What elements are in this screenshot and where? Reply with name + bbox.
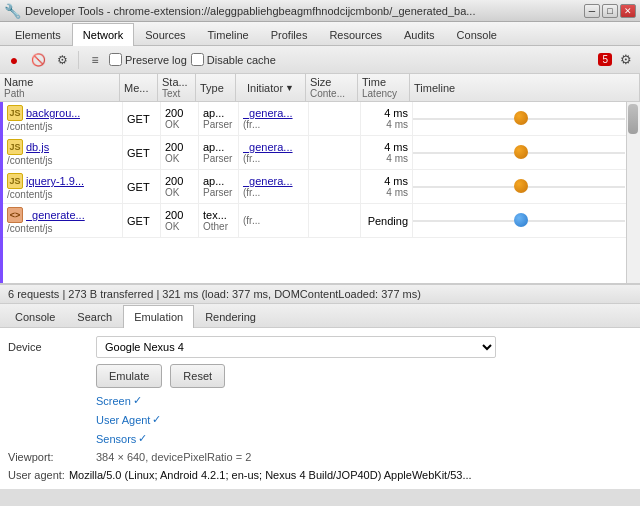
td-method-2: GET [123, 170, 161, 203]
maximize-button[interactable]: □ [602, 4, 618, 18]
user-agent-check-label[interactable]: User Agent ✓ [96, 413, 161, 426]
device-label: Device [8, 341, 88, 353]
bottom-tab-console[interactable]: Console [4, 305, 66, 328]
file-name-3[interactable]: _generate... [26, 209, 85, 221]
th-timeline[interactable]: Timeline [410, 74, 640, 101]
td-initiator-3: (fr... [239, 204, 309, 237]
bottom-tab-emulation[interactable]: Emulation [123, 305, 194, 328]
file-path-1: /content/js [7, 155, 118, 166]
screen-row: Screen ✓ [8, 394, 632, 407]
menu-tab-resources[interactable]: Resources [318, 23, 393, 46]
file-path-3: /content/js [7, 223, 118, 234]
timeline-dot-1 [514, 145, 528, 159]
td-method-0: GET [123, 102, 161, 135]
clear-button[interactable]: 🚫 [28, 50, 48, 70]
disable-cache-checkbox[interactable] [191, 53, 204, 66]
screen-checkmark: ✓ [133, 394, 142, 407]
viewport-row: Viewport: 384 × 640, devicePixelRatio = … [8, 451, 632, 463]
td-name-3: <> _generate... /content/js [3, 204, 123, 237]
list-view-button[interactable]: ≡ [85, 50, 105, 70]
td-timeline-3 [413, 204, 640, 237]
menu-tab-audits[interactable]: Audits [393, 23, 446, 46]
td-type-3: tex... Other [199, 204, 239, 237]
error-badge: 5 [598, 53, 612, 66]
sensors-row: Sensors ✓ [8, 432, 632, 445]
td-name-1: JS db.js /content/js [3, 136, 123, 169]
record-button[interactable]: ● [4, 50, 24, 70]
window-controls: ─ □ ✕ [584, 4, 636, 18]
sensors-check-label[interactable]: Sensors ✓ [96, 432, 147, 445]
left-border-indicator [0, 102, 3, 283]
screen-check-label[interactable]: Screen ✓ [96, 394, 142, 407]
td-status-0: 200 OK [161, 102, 199, 135]
file-icon-2: JS [7, 173, 23, 189]
td-initiator-0: _genera... (fr... [239, 102, 309, 135]
td-initiator-1: _genera... (fr... [239, 136, 309, 169]
menu-tab-sources[interactable]: Sources [134, 23, 196, 46]
initiator-link-0[interactable]: _genera... [243, 107, 304, 119]
menu-tab-network[interactable]: Network [72, 23, 134, 46]
emulate-button[interactable]: Emulate [96, 364, 162, 388]
user-agent-label: User Agent [96, 414, 150, 426]
device-select[interactable]: Google Nexus 4 [96, 336, 496, 358]
td-method-1: GET [123, 136, 161, 169]
td-name-0: JS backgrou... /content/js [3, 102, 123, 135]
initiator-link-1[interactable]: _genera... [243, 141, 304, 153]
initiator-link-2[interactable]: _genera... [243, 175, 304, 187]
th-type[interactable]: Type [196, 74, 236, 101]
menu-tab-elements[interactable]: Elements [4, 23, 72, 46]
scrollbar-track[interactable] [626, 102, 640, 283]
td-timeline-1 [413, 136, 640, 169]
td-type-1: ap... Parser [199, 136, 239, 169]
th-status[interactable]: Sta... Text [158, 74, 196, 101]
td-size-2 [309, 170, 361, 203]
preserve-log-checkbox[interactable] [109, 53, 122, 66]
table-row[interactable]: JS db.js /content/js GET 200 OK ap... Pa… [0, 136, 640, 170]
sensors-label: Sensors [96, 433, 136, 445]
menu-tab-console[interactable]: Console [446, 23, 508, 46]
th-name[interactable]: Name Path [0, 74, 120, 101]
close-button[interactable]: ✕ [620, 4, 636, 18]
th-method[interactable]: Me... [120, 74, 158, 101]
file-path-2: /content/js [7, 189, 118, 200]
td-name-2: JS jquery-1.9... /content/js [3, 170, 123, 203]
td-size-0 [309, 102, 361, 135]
file-icon-3: <> [7, 207, 23, 223]
timeline-dot-2 [514, 179, 528, 193]
file-name-0[interactable]: backgrou... [26, 107, 80, 119]
toolbar: ● 🚫 ⚙ ≡ Preserve log Disable cache 5 ⚙ [0, 46, 640, 74]
file-name-2[interactable]: jquery-1.9... [26, 175, 84, 187]
window-title: Developer Tools - chrome-extension://ale… [25, 5, 580, 17]
reset-button[interactable]: Reset [170, 364, 225, 388]
menu-tab-profiles[interactable]: Profiles [260, 23, 319, 46]
td-initiator-2: _genera... (fr... [239, 170, 309, 203]
file-name-1[interactable]: db.js [26, 141, 49, 153]
scrollbar-thumb[interactable] [628, 104, 638, 134]
app-icon: 🔧 [4, 3, 21, 19]
bottom-tab-search[interactable]: Search [66, 305, 123, 328]
timeline-dot-0 [514, 111, 528, 125]
disable-cache-label[interactable]: Disable cache [191, 53, 276, 66]
viewport-key: Viewport: [8, 451, 88, 463]
th-time[interactable]: Time Latency [358, 74, 410, 101]
screen-label: Screen [96, 395, 131, 407]
filter-button[interactable]: ⚙ [52, 50, 72, 70]
emulate-buttons-row: Emulate Reset [96, 364, 632, 388]
preserve-log-label[interactable]: Preserve log [109, 53, 187, 66]
td-timeline-0 [413, 102, 640, 135]
bottom-tab-rendering[interactable]: Rendering [194, 305, 267, 328]
table-row[interactable]: JS jquery-1.9... /content/js GET 200 OK … [0, 170, 640, 204]
emulation-content: Device Google Nexus 4 Emulate Reset Scre… [0, 328, 640, 489]
settings-button[interactable]: ⚙ [616, 50, 636, 70]
minimize-button[interactable]: ─ [584, 4, 600, 18]
table-header: Name Path Me... Sta... Text Type Initiat… [0, 74, 640, 102]
table-body[interactable]: JS backgrou... /content/js GET 200 OK ap… [0, 102, 640, 283]
th-initiator[interactable]: Initiator ▼ [236, 74, 306, 101]
sort-arrow-icon: ▼ [285, 83, 294, 93]
table-row[interactable]: JS backgrou... /content/js GET 200 OK ap… [0, 102, 640, 136]
table-row[interactable]: <> _generate... /content/js GET 200 OK t… [0, 204, 640, 238]
viewport-value: 384 × 640, devicePixelRatio = 2 [96, 451, 251, 463]
menu-tab-timeline[interactable]: Timeline [197, 23, 260, 46]
timeline-dot-3 [514, 213, 528, 227]
th-size[interactable]: Size Conte... [306, 74, 358, 101]
